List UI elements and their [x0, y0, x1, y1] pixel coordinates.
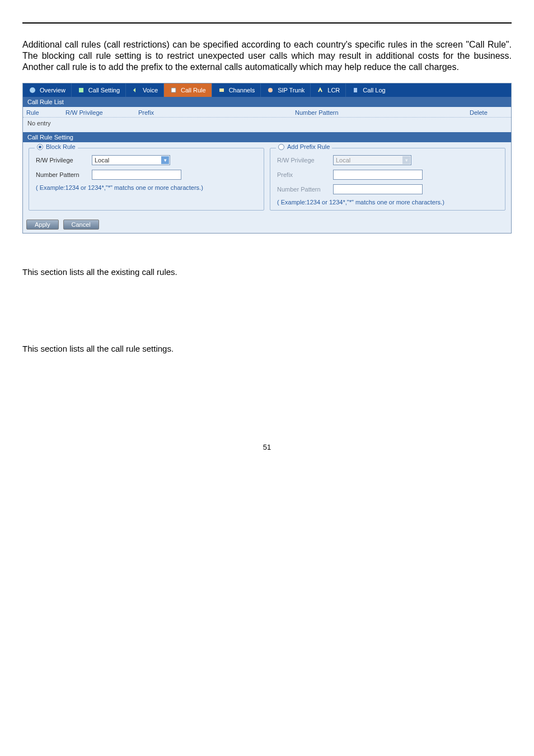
tab-label: Call Log [363, 87, 385, 94]
voice-icon [132, 86, 139, 94]
tab-label: Call Rule [181, 87, 206, 94]
col-number-pattern: Number Pattern [292, 109, 466, 116]
rule-icon [170, 86, 177, 94]
sip-icon [266, 86, 274, 94]
tab-label: Overview [40, 87, 65, 94]
chevron-down-icon: ▾ [402, 156, 410, 164]
tab-call-setting[interactable]: Call Setting [72, 83, 126, 97]
block-rw-value: Local [95, 157, 109, 164]
prefix-rw-select[interactable]: Local ▾ [333, 155, 411, 165]
settings-icon [77, 86, 85, 94]
prefix-rw-value: Local [336, 157, 350, 164]
block-np-input[interactable] [92, 170, 181, 180]
prefix-rule-fieldset: Add Prefix Rule R/W Privilege Local ▾ Pr… [270, 148, 505, 211]
tab-label: Channels [229, 87, 255, 94]
list-header-row: Rule R/W Privilege Prefix Number Pattern… [23, 107, 511, 118]
prefix-rule-legend-text: Add Prefix Rule [287, 143, 330, 150]
svg-rect-2 [171, 88, 176, 92]
block-example: ( Example:1234 or 1234*,"*" matchs one o… [36, 184, 257, 191]
button-bar: Apply Cancel [23, 216, 511, 233]
block-rw-select[interactable]: Local ▾ [92, 155, 170, 165]
svg-point-0 [30, 87, 35, 93]
tab-call-rule[interactable]: Call Rule [164, 83, 212, 97]
tab-voice[interactable]: Voice [126, 83, 164, 97]
prefix-rule-radio[interactable] [278, 144, 284, 150]
tab-sip-trunk[interactable]: SIP Trunk [261, 83, 311, 97]
block-np-label: Number Pattern [36, 171, 92, 178]
prefix-rw-label: R/W Privilege [277, 157, 333, 164]
prefix-example: ( Example:1234 or 1234*,"*" matchs one o… [277, 199, 498, 206]
call-rule-list-title: Call Rule List [23, 97, 511, 107]
chevron-down-icon: ▾ [161, 156, 169, 164]
block-rule-fieldset: Block Rule R/W Privilege Local ▾ Number … [29, 148, 264, 211]
call-rule-setting-title: Call Rule Setting [23, 132, 511, 142]
apply-button[interactable]: Apply [26, 220, 59, 230]
block-rule-radio[interactable] [37, 144, 43, 150]
prefix-np-label: Number Pattern [277, 186, 333, 193]
app-screenshot: Overview Call Setting Voice Call Rule Ch… [22, 83, 512, 234]
col-rw: R/W Privilege [62, 109, 135, 116]
prefix-pfx-label: Prefix [277, 171, 333, 178]
col-rule: Rule [23, 109, 62, 116]
svg-rect-5 [354, 88, 357, 92]
tab-overview[interactable]: Overview [23, 83, 72, 97]
prefix-rule-legend[interactable]: Add Prefix Rule [276, 143, 332, 150]
overview-icon [29, 86, 36, 94]
col-prefix: Prefix [135, 109, 292, 116]
page-number: 51 [22, 443, 512, 451]
block-rule-legend-text: Block Rule [46, 143, 76, 150]
tab-label: Call Setting [88, 87, 120, 94]
prefix-np-input[interactable] [333, 184, 423, 194]
cancel-button[interactable]: Cancel [63, 220, 99, 230]
tab-channels[interactable]: Channels [212, 83, 261, 97]
tab-call-log[interactable]: Call Log [346, 83, 391, 97]
tab-label: LCR [327, 87, 340, 94]
svg-rect-3 [219, 88, 224, 92]
header-divider [22, 22, 512, 24]
intro-paragraph: Additional call rules (call restrictions… [22, 39, 512, 73]
list-empty-text: No entry [23, 118, 511, 132]
note-existing-rules: This section lists all the existing call… [22, 267, 512, 277]
svg-rect-1 [79, 88, 83, 92]
svg-point-4 [268, 88, 273, 92]
tab-bar: Overview Call Setting Voice Call Rule Ch… [23, 83, 511, 97]
tab-lcr[interactable]: LCR [311, 83, 346, 97]
col-delete: Delete [466, 109, 511, 116]
tab-label: SIP Trunk [278, 87, 305, 94]
prefix-input[interactable] [333, 170, 423, 180]
settings-body: Block Rule R/W Privilege Local ▾ Number … [23, 142, 511, 216]
note-rule-settings: This section lists all the call rule set… [22, 344, 512, 353]
channels-icon [218, 86, 226, 94]
block-rw-label: R/W Privilege [36, 157, 92, 164]
block-rule-legend[interactable]: Block Rule [35, 143, 78, 150]
tab-label: Voice [143, 87, 158, 94]
log-icon [352, 86, 359, 94]
lcr-icon [316, 86, 324, 94]
